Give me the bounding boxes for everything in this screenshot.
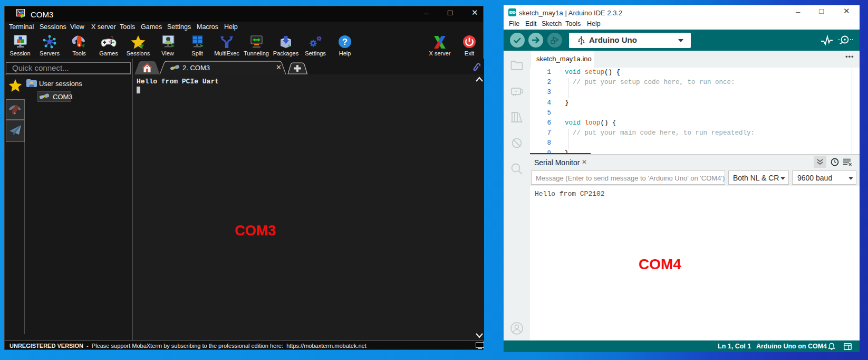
svg-text:?: ? bbox=[342, 37, 348, 47]
